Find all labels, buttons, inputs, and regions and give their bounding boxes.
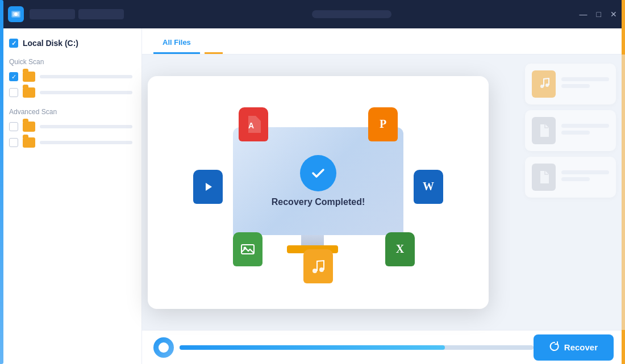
monitor-stand [301, 235, 324, 246]
svg-text:A: A [248, 121, 254, 130]
sidebar: ✓ Local Disk (C:) Quick Scan ✓ Advanced … [0, 28, 142, 364]
monitor-screen: Recovery Completed! [233, 127, 403, 235]
recover-label: Recover [564, 342, 598, 352]
scan-item-3[interactable] [9, 122, 132, 132]
music-icon [303, 249, 333, 283]
disk-checkbox[interactable]: ✓ [9, 39, 18, 48]
main-layout: ✓ Local Disk (C:) Quick Scan ✓ Advanced … [0, 28, 625, 364]
disk-label: Local Disk (C:) [23, 39, 78, 48]
titlebar-progress-bar [312, 10, 391, 18]
titlebar-tab-1[interactable] [30, 9, 75, 19]
tabs-bar: All Files [142, 28, 625, 55]
check-mark: ✓ [11, 40, 16, 47]
recover-button[interactable]: Recover [534, 334, 614, 361]
monitor-screen-inner: Recovery Completed! [272, 155, 365, 207]
scan-cb-4[interactable] [9, 138, 18, 147]
scan-bar-2 [40, 91, 132, 94]
close-button[interactable]: ✕ [610, 10, 617, 18]
minimize-button[interactable]: — [580, 10, 588, 18]
scan-cb-2[interactable] [9, 88, 18, 97]
app-icon [8, 6, 24, 22]
image-icon [233, 232, 262, 266]
maximize-button[interactable]: □ [597, 10, 601, 18]
svg-marker-4 [206, 183, 212, 191]
svg-point-7 [312, 269, 317, 273]
modal-overlay: Recovery Completed! A [142, 55, 625, 330]
scan-item-1[interactable]: ✓ [9, 72, 132, 82]
scan-cb-1[interactable]: ✓ [9, 72, 18, 81]
titlebar: — □ ✕ [0, 0, 625, 28]
recover-icon [549, 341, 560, 354]
progress-spinner [153, 337, 174, 358]
scan-item-2[interactable] [9, 87, 132, 98]
recovery-completed-text: Recovery Completed! [272, 197, 365, 207]
titlebar-controls: — □ ✕ [580, 10, 617, 18]
recovery-modal: Recovery Completed! A [148, 76, 489, 309]
titlebar-tab-2[interactable] [78, 9, 124, 19]
titlebar-left [8, 6, 124, 22]
tab-all-files[interactable]: All Files [153, 32, 200, 54]
scan-cb-3[interactable] [9, 122, 18, 131]
content-area: All Files [142, 28, 625, 364]
excel-icon: X [385, 232, 415, 266]
progress-bar-fill [180, 345, 445, 350]
folder-icon-4 [23, 137, 35, 148]
scan-bar-3 [40, 125, 132, 128]
bottom-bar: Recover [142, 330, 625, 364]
ppt-icon: P [368, 107, 398, 141]
folder-icon-1 [23, 72, 35, 82]
check-circle [300, 155, 336, 191]
check-mark-1: ✓ [11, 73, 16, 81]
svg-rect-5 [241, 245, 254, 254]
pdf-icon: A [239, 107, 268, 141]
word-icon: W [414, 170, 443, 204]
quick-scan-label: Quick Scan [9, 58, 132, 66]
disk-item[interactable]: ✓ Local Disk (C:) [9, 39, 132, 48]
progress-container [153, 337, 534, 358]
video-icon [193, 170, 223, 204]
tab-second[interactable] [205, 41, 223, 54]
svg-point-8 [319, 267, 324, 272]
left-accent-bar [0, 0, 3, 364]
monitor-container: Recovery Completed! A [176, 96, 460, 289]
progress-spinner-inner [159, 342, 169, 353]
progress-bar-bg [180, 345, 534, 350]
titlebar-tabs [30, 9, 124, 19]
scan-bar-4 [40, 141, 132, 144]
file-grid-area: Recovery Completed! A [142, 55, 625, 330]
folder-icon-3 [23, 122, 35, 132]
scan-item-4[interactable] [9, 137, 132, 148]
advanced-scan-label: Advanced Scan [9, 108, 132, 116]
folder-icon-2 [23, 87, 35, 98]
scan-bar-1 [40, 75, 132, 78]
svg-point-2 [14, 12, 18, 16]
